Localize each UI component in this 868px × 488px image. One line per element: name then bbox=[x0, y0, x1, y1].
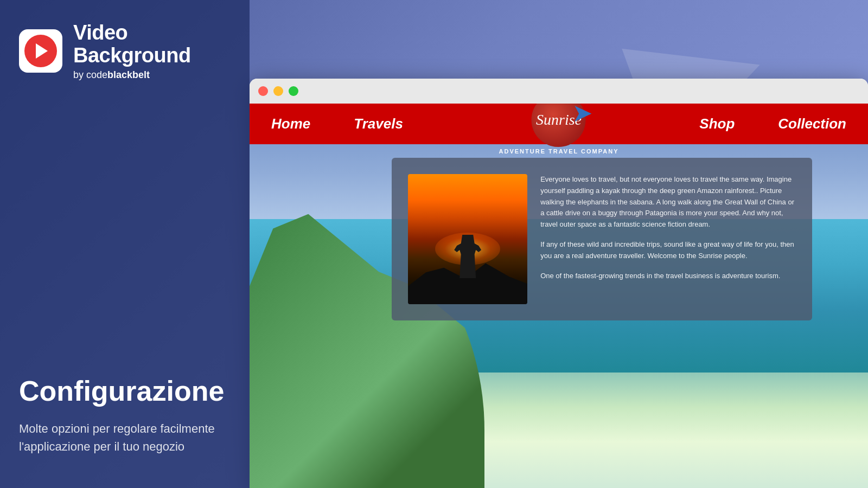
logo-text-area: Video Background by codeblackbelt bbox=[73, 22, 231, 81]
content-paragraph-2: If any of these wild and incredible trip… bbox=[540, 239, 796, 262]
content-image bbox=[408, 174, 527, 304]
browser-titlebar bbox=[250, 79, 868, 104]
nav-right-items: Shop Collection bbox=[699, 115, 846, 132]
nav-item-collection[interactable]: Collection bbox=[778, 115, 846, 132]
traffic-light-green[interactable] bbox=[289, 86, 298, 96]
traffic-light-red[interactable] bbox=[258, 86, 268, 96]
logo-icon bbox=[19, 29, 62, 73]
brand-bold: blackbelt bbox=[107, 69, 150, 80]
content-box: Everyone loves to travel, but not everyo… bbox=[392, 158, 812, 320]
logo-area: Video Background by codeblackbelt bbox=[0, 22, 250, 102]
traffic-light-yellow[interactable] bbox=[273, 86, 283, 96]
nav-item-home[interactable]: Home bbox=[271, 115, 310, 132]
main-heading: Configurazione bbox=[19, 376, 231, 407]
nav-item-travels[interactable]: Travels bbox=[354, 115, 403, 132]
nav-items-container: Home Travels Sunrise ➤ ADVENTURE TRAVEL … bbox=[271, 115, 846, 132]
nav-left-items: Home Travels bbox=[271, 115, 403, 132]
traffic-lights bbox=[258, 86, 298, 96]
nav-logo-circle: Sunrise ➤ bbox=[532, 104, 586, 147]
browser-window: Home Travels Sunrise ➤ ADVENTURE TRAVEL … bbox=[250, 79, 868, 488]
website-navbar: Home Travels Sunrise ➤ ADVENTURE TRAVEL … bbox=[250, 104, 868, 144]
content-text-area: Everyone loves to travel, but not everyo… bbox=[540, 174, 796, 304]
content-paragraph-1: Everyone loves to travel, but not everyo… bbox=[540, 174, 796, 230]
nav-logo-arrow-icon: ➤ bbox=[573, 104, 591, 126]
nav-item-shop[interactable]: Shop bbox=[699, 115, 735, 132]
nav-logo-area: Sunrise ➤ ADVENTURE TRAVEL COMPANY bbox=[499, 104, 619, 155]
left-panel-content: Configurazione Molte opzioni per regolar… bbox=[0, 376, 250, 488]
play-triangle-icon bbox=[36, 43, 48, 59]
main-description: Molte opzioni per regolare facilmente l'… bbox=[19, 420, 231, 455]
app-title: Video Background bbox=[73, 22, 231, 67]
play-circle bbox=[24, 35, 57, 67]
website-content: Home Travels Sunrise ➤ ADVENTURE TRAVEL … bbox=[250, 104, 868, 488]
app-subtitle: by codeblackbelt bbox=[73, 69, 231, 81]
content-paragraph-3: One of the fastest-growing trends in the… bbox=[540, 271, 796, 282]
left-panel: Video Background by codeblackbelt Config… bbox=[0, 0, 250, 488]
nav-tagline: ADVENTURE TRAVEL COMPANY bbox=[499, 148, 619, 155]
